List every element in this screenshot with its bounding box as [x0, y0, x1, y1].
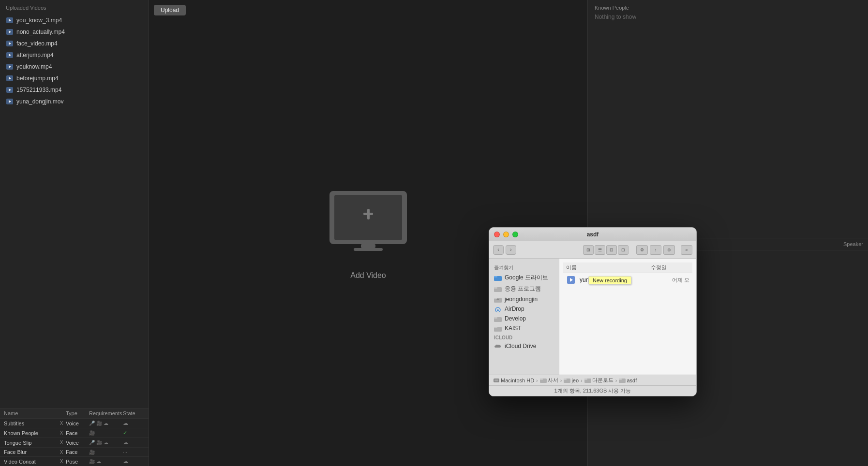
upload-button[interactable]: Upload [154, 5, 186, 15]
path-hd: Macintosh HD [493, 378, 534, 383]
new-recording-tooltip: New recording [588, 276, 631, 285]
sidebar-item-airdrop[interactable]: AirDrop [489, 304, 559, 314]
forward-button[interactable]: › [506, 245, 516, 255]
row-state: ☁ [123, 439, 142, 446]
home-label: jeongdongjin [505, 296, 538, 303]
gear-icon[interactable]: ⚙ [636, 245, 648, 255]
share-button[interactable]: ↑ [650, 245, 661, 255]
column-view-button[interactable]: ⊟ [606, 245, 617, 255]
row-req: 🎤🎥☁ [89, 440, 123, 445]
finder-content: 즐겨찾기 Google 드라이브 응용 프로그램 [489, 259, 696, 375]
row-x: X [57, 459, 66, 464]
svg-rect-20 [361, 244, 375, 248]
video-file-icon [6, 98, 14, 105]
video-item[interactable]: 1575211933.mp4 [0, 84, 149, 96]
col-date-h: 수정일 [651, 264, 689, 271]
left-panel: Uploaded Videos you_know_3.mp4 nono_actu… [0, 0, 149, 466]
mic-icon: 🎤 [89, 421, 95, 426]
row-req: 🎥 [89, 450, 123, 455]
favorites-section: 즐겨찾기 [489, 262, 559, 272]
finder-toolbar: ‹ › ⊞ ☰ ⊟ ⊡ ⚙ ↑ ⊕ » [489, 241, 696, 259]
table-row: Tongue Slip X Voice 🎤🎥☁ ☁ [0, 438, 149, 448]
sidebar-item-home[interactable]: jeongdongjin [489, 294, 559, 304]
video-file-icon [6, 74, 14, 82]
col-state-header: State [123, 410, 142, 416]
video-file-icon [6, 51, 14, 59]
video-item[interactable]: face_video.mp4 [0, 38, 149, 49]
icloud-icon [494, 343, 502, 350]
video-item[interactable]: afterjump.mp4 [0, 49, 149, 61]
finder-title: asdf [587, 231, 599, 238]
monitor-icon [320, 186, 417, 263]
video-file-icon [6, 86, 14, 94]
video-file-icon [6, 16, 14, 24]
video-list: you_know_3.mp4 nono_actually.mp4 face_vi… [0, 14, 149, 408]
close-button[interactable] [494, 232, 500, 237]
sidebar-item-develop[interactable]: Develop [489, 314, 559, 323]
back-button[interactable]: ‹ [493, 245, 504, 255]
gdrive-label: Google 드라이브 [505, 274, 548, 282]
sidebar-item-kaist[interactable]: KAIST [489, 323, 559, 333]
row-name: Tongue Slip [4, 440, 57, 446]
view-buttons: ⊞ ☰ ⊟ ⊡ [583, 245, 629, 255]
action-buttons: ⚙ ↑ ⊕ [636, 245, 675, 255]
row-type: Voice [66, 421, 89, 426]
add-video-label: Add Video [350, 271, 386, 280]
video-name: afterjump.mp4 [16, 52, 54, 58]
video-item[interactable]: you_know_3.mp4 [0, 15, 149, 26]
folder-path-icon-3 [584, 378, 591, 383]
cloud-icon: ☁ [104, 440, 108, 445]
row-req: 🎥☁ [89, 459, 123, 464]
video-name: face_video.mp4 [16, 40, 58, 47]
gdrive-icon [494, 275, 502, 281]
sidebar-item-icloud[interactable]: iCloud Drive [489, 341, 559, 351]
row-x: X [57, 450, 66, 455]
video-name: you_know_3.mp4 [16, 17, 62, 24]
row-name: Face Blur [4, 449, 57, 455]
finder-dialog: asdf ‹ › ⊞ ☰ ⊟ ⊡ ⚙ ↑ ⊕ » [489, 227, 697, 396]
row-name: Subtitles [4, 421, 57, 426]
right-top: Known People Nothing to show [588, 0, 868, 238]
cloud-icon: ☁ [104, 421, 108, 426]
video-name: nono_actually.mp4 [16, 29, 65, 35]
svg-rect-46 [619, 379, 622, 380]
icon-view-button[interactable]: ⊞ [583, 245, 594, 255]
finder-pathbar: Macintosh HD › 사서 › jeo › [489, 375, 696, 385]
svg-rect-42 [564, 379, 567, 380]
svg-rect-25 [494, 287, 497, 289]
row-x: X [57, 421, 66, 426]
path-asdf: asdf [619, 378, 637, 383]
icloud-label: iCloud Drive [505, 343, 536, 350]
svg-point-30 [497, 309, 499, 311]
table-row: Video Concat X Pose 🎥☁ ☁ [0, 457, 149, 466]
svg-rect-38 [494, 379, 498, 381]
camera-icon: 🎥 [96, 440, 102, 445]
video-name: youknow.mp4 [16, 63, 52, 70]
expand-button[interactable]: » [681, 245, 692, 255]
list-view-button[interactable]: ☰ [595, 245, 605, 255]
row-name: Video Concat [4, 459, 57, 465]
col-type-header: Type [66, 410, 89, 416]
row-type: Face [66, 449, 89, 455]
video-item[interactable]: beforejump.mp4 [0, 73, 149, 84]
video-item[interactable]: nono_actually.mp4 [0, 26, 149, 38]
maximize-button[interactable] [512, 232, 518, 237]
sidebar-item-gdrive[interactable]: Google 드라이브 [489, 272, 559, 283]
video-name: yuna_dongjin.mov [16, 98, 63, 105]
minimize-button[interactable] [503, 232, 509, 237]
row-name: Known People [4, 430, 57, 436]
row-state: ✓ [123, 430, 142, 436]
video-item[interactable]: yuna_dongjin.mov [0, 96, 149, 107]
row-state: ☁ [123, 458, 142, 465]
svg-rect-32 [494, 317, 497, 319]
svg-rect-23 [494, 276, 497, 277]
camera-icon: 🎥 [89, 459, 95, 464]
gallery-view-button[interactable]: ⊡ [618, 245, 629, 255]
tag-button[interactable]: ⊕ [663, 245, 675, 255]
finder-titlebar: asdf [489, 228, 696, 241]
col-name-h: 이름 [566, 264, 647, 271]
sidebar-item-apps[interactable]: 응용 프로그램 [489, 283, 559, 294]
video-item[interactable]: youknow.mp4 [0, 61, 149, 73]
camera-icon: 🎥 [96, 421, 102, 426]
nothing-to-show-1: Nothing to show [595, 14, 861, 20]
